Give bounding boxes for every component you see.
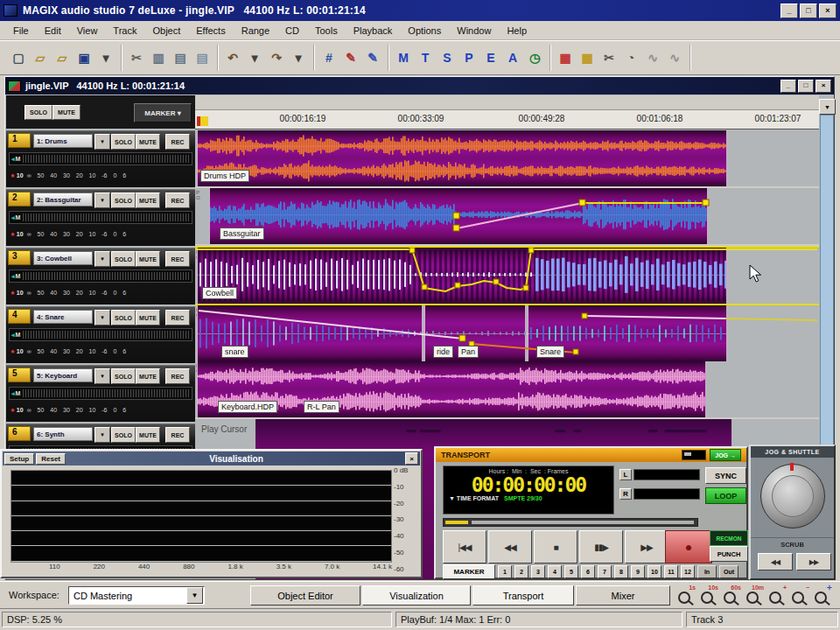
minimize-button[interactable]: _ xyxy=(780,4,798,18)
forward-button[interactable]: ▶▶ xyxy=(625,530,668,564)
track-name[interactable]: 3: Cowbell xyxy=(33,251,93,265)
marker-number-button[interactable]: 3 xyxy=(531,565,545,578)
cd-timer-icon[interactable]: ◷ xyxy=(524,47,545,68)
record-button[interactable]: ● xyxy=(665,530,712,564)
track-number[interactable]: 2 xyxy=(8,192,31,206)
marker-number-button[interactable]: 5 xyxy=(564,565,578,578)
menu-item[interactable]: Tools xyxy=(307,24,346,38)
marker-number-button[interactable]: 4 xyxy=(548,565,562,578)
zoom-out-icon[interactable]: − xyxy=(789,584,809,606)
object-label[interactable]: snare xyxy=(221,346,248,358)
goto-start-button[interactable]: |◀◀ xyxy=(443,530,486,564)
play-start-marker[interactable] xyxy=(197,116,208,126)
zoom-60s-icon[interactable]: 60s xyxy=(721,584,741,606)
track-solo-button[interactable]: SOLO xyxy=(111,427,136,443)
mixer-button[interactable]: Mixer xyxy=(576,585,670,606)
visualization-button[interactable]: Visualization xyxy=(362,585,471,606)
transport-button[interactable]: Transport xyxy=(472,585,574,606)
pan-slider-track[interactable] xyxy=(23,272,189,280)
project-minimize-button[interactable]: _ xyxy=(780,80,796,93)
time-format-dropdown[interactable]: ▼ TIME FORMAT xyxy=(449,495,499,501)
track-name[interactable]: 2: Bassguitar xyxy=(33,192,93,206)
track-record-button[interactable]: REC xyxy=(165,192,190,208)
track-pan-slider[interactable]: M xyxy=(9,387,192,400)
track-name[interactable]: 5: Keyboard xyxy=(33,368,93,382)
stop-button[interactable]: ■ xyxy=(534,530,578,564)
restore-button[interactable]: □ xyxy=(800,4,817,18)
sync-button[interactable]: SYNC xyxy=(705,467,746,484)
tempo-icon[interactable]: ◔ xyxy=(620,47,641,68)
record-monitor-button[interactable]: RECMON xyxy=(710,530,748,546)
shuttle-back-button[interactable]: ◀◀ xyxy=(758,553,793,570)
track-mute-button[interactable]: MUTE xyxy=(136,427,160,443)
track-name[interactable]: 6: Synth xyxy=(33,427,93,441)
marker-p-icon[interactable]: P xyxy=(458,47,480,68)
snap-icon[interactable]: # xyxy=(318,47,340,68)
track-volume-fader[interactable]: ● 10 ∞ 50 40 30 20 10 -6 0 6 xyxy=(9,169,192,182)
punch-out-button[interactable]: Out xyxy=(719,565,738,578)
import-audio-icon[interactable]: ▱ xyxy=(52,47,73,68)
track-record-button[interactable]: REC xyxy=(165,134,190,150)
track-dropdown-icon[interactable] xyxy=(94,192,110,208)
marker-number-button[interactable]: 8 xyxy=(614,565,628,578)
object-label[interactable]: Bassguitar xyxy=(220,228,264,240)
cd-track-icon[interactable]: ▦ xyxy=(577,47,598,68)
menu-item[interactable]: Edit xyxy=(37,24,69,38)
track-volume-fader[interactable]: ● 10 ∞ 50 40 30 20 10 -6 0 6 xyxy=(9,345,192,358)
fade-out-icon[interactable]: ∿ xyxy=(664,47,685,68)
object-label[interactable]: Cowbell xyxy=(202,287,237,299)
marker-number-button[interactable]: 11 xyxy=(664,565,678,578)
chevron-down-icon[interactable]: ▼ xyxy=(186,587,203,604)
track-lane-drums[interactable]: Drums HDP xyxy=(195,130,819,188)
close-button[interactable]: × xyxy=(819,4,836,18)
auto-crossfade-icon[interactable]: ✂ xyxy=(598,47,620,68)
timeline-ruler[interactable]: 00:00:16:19 00:00:33:09 00:00:49:28 00:0… xyxy=(195,110,819,130)
marker-button[interactable]: MARKER xyxy=(443,564,495,579)
track-solo-button[interactable]: SOLO xyxy=(111,134,136,150)
punch-in-button[interactable]: In xyxy=(697,565,717,578)
track-mute-button[interactable]: MUTE xyxy=(136,192,160,208)
track-pan-slider[interactable]: M xyxy=(9,152,192,165)
track-record-button[interactable]: REC xyxy=(165,251,190,267)
project-restore-button[interactable]: □ xyxy=(798,80,814,93)
paste-special-icon[interactable]: ▤ xyxy=(192,47,213,68)
menu-item[interactable]: Effects xyxy=(188,24,233,38)
menu-item[interactable]: CD xyxy=(277,24,307,38)
track-name[interactable]: 4: Snare xyxy=(33,310,93,324)
menu-item[interactable]: Object xyxy=(144,24,188,38)
track-record-button[interactable]: REC xyxy=(165,310,190,326)
marker-auto-icon[interactable]: A xyxy=(502,47,523,68)
track-solo-button[interactable]: SOLO xyxy=(111,310,136,326)
object-label[interactable]: R-L Pan xyxy=(304,401,340,413)
track-volume-fader[interactable]: ● 10 ∞ 50 40 30 20 10 -6 0 6 xyxy=(9,228,192,241)
track-mute-button[interactable]: MUTE xyxy=(136,134,160,150)
marker-m-icon[interactable]: M xyxy=(393,47,414,68)
track-solo-button[interactable]: SOLO xyxy=(111,368,136,384)
menu-item[interactable]: Range xyxy=(234,24,277,38)
track-dropdown-icon[interactable] xyxy=(94,427,110,443)
menu-item[interactable]: Playback xyxy=(346,24,401,38)
open-project-icon[interactable]: ▱ xyxy=(30,47,51,68)
marker-e-icon[interactable]: E xyxy=(480,47,501,68)
marker-s-icon[interactable]: S xyxy=(437,47,458,68)
object-label[interactable]: Drums HDP xyxy=(200,170,249,182)
marker-number-button[interactable]: 1 xyxy=(498,565,512,578)
marker-number-button[interactable]: 10 xyxy=(648,565,662,578)
marker-number-button[interactable]: 9 xyxy=(631,565,645,578)
redo-dropdown-icon[interactable]: ▾ xyxy=(288,47,309,68)
track-lane-keyboard[interactable]: PO Keyboard.HDP R-L Pan xyxy=(195,361,819,419)
object-editor-button[interactable]: Object Editor xyxy=(250,585,360,606)
jog-wheel[interactable] xyxy=(760,464,825,528)
visualisation-setup-button[interactable]: Setup xyxy=(4,453,34,465)
undo-icon[interactable]: ↶ xyxy=(222,47,243,68)
track-solo-button[interactable]: SOLO xyxy=(111,251,136,267)
track-pan-slider[interactable]: M xyxy=(9,270,192,283)
visualisation-close-button[interactable]: × xyxy=(405,452,418,465)
marker-number-button[interactable]: 2 xyxy=(514,565,528,578)
fade-in-icon[interactable]: ∿ xyxy=(642,47,663,68)
track-number[interactable]: 5 xyxy=(8,368,31,382)
shuttle-forward-button[interactable]: ▶▶ xyxy=(796,553,831,570)
save-options-dropdown-icon[interactable]: ▾ xyxy=(95,47,116,68)
visualisation-reset-button[interactable]: Reset xyxy=(36,453,66,465)
track-mute-button[interactable]: MUTE xyxy=(136,310,160,326)
